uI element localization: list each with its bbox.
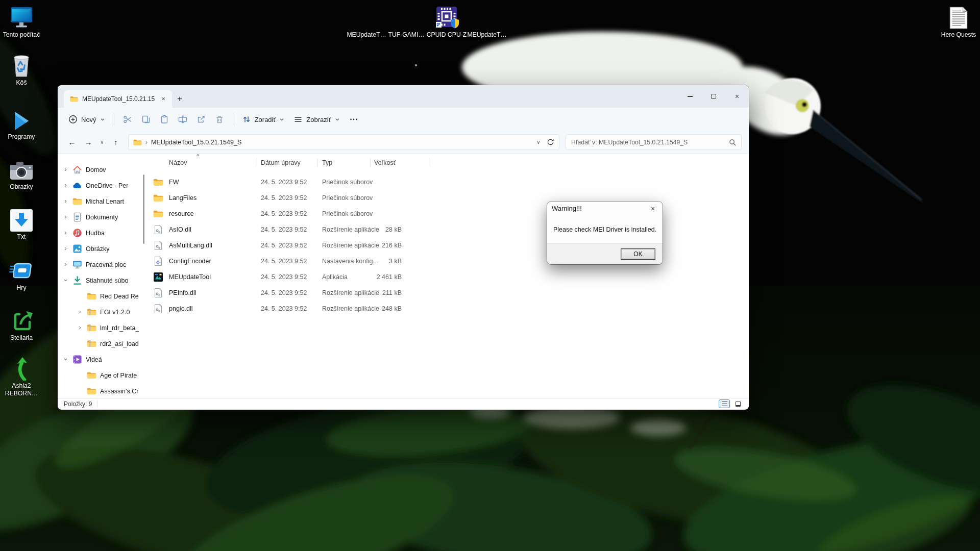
chevron-right-icon[interactable]: › (77, 324, 83, 331)
column-divider[interactable] (370, 158, 371, 167)
tab-meupdatetool[interactable]: MEUpdateTool_15.0.21.1549_S × (64, 90, 172, 108)
sidebar-item-rdr2-asi-load[interactable]: rdr2_asi_load (58, 336, 145, 352)
file-row-meupdatetool[interactable]: MEUpdateTool24. 5. 2023 9:52Aplikácia2 4… (145, 269, 749, 285)
dialog-close-icon[interactable]: × (648, 205, 658, 213)
column-header-type[interactable]: Typ (322, 159, 332, 166)
details-view-button[interactable] (719, 399, 730, 408)
file-row-peinfo-dll[interactable]: PEInfo.dll24. 5. 2023 9:52Rozšírenie apl… (145, 285, 749, 300)
desktop-icon-ashia2-reborn[interactable]: Ashia2 REBORN… (0, 354, 43, 398)
desktop-icon-label: Txt (17, 233, 26, 241)
chevron-right-icon[interactable]: › (77, 309, 83, 315)
chevron-right-icon[interactable]: › (62, 198, 69, 205)
file-date-modified: 24. 5. 2023 9:52 (261, 210, 307, 217)
sidebar-item-assassin-s-cr[interactable]: Assassin's Cr (58, 383, 145, 398)
column-divider[interactable] (317, 158, 318, 167)
column-divider[interactable] (257, 158, 257, 167)
sidebar-item-pracovn-ploc[interactable]: ›Pracovná ploc (58, 257, 145, 272)
large-icons-view-button[interactable] (732, 399, 744, 408)
sidebar-item-michal-lenart[interactable]: ›Michal Lenart (58, 193, 145, 209)
column-header-size[interactable]: Veľkosť (374, 159, 396, 166)
copy-button[interactable] (137, 112, 155, 127)
chevron-right-icon[interactable]: › (62, 182, 69, 189)
sidebar-item-fgi-v1-2-0[interactable]: ›FGI v1.2.0 (58, 304, 145, 320)
sidebar-item-lml-rdr-beta[interactable]: ›lml_rdr_beta_ (58, 320, 145, 336)
navigation-pane: ›Domov›OneDrive - Per›Michal Lenart›Doku… (58, 154, 145, 398)
desktop-icon-txt[interactable]: Txt (0, 205, 43, 241)
cut-button[interactable] (118, 112, 137, 127)
desktop-icon-k[interactable]: Kôš (0, 51, 43, 87)
desktop-icon-label: Stellaria (10, 334, 33, 342)
chevron-down-icon[interactable]: › (62, 356, 69, 363)
column-header-name[interactable]: Názov (169, 159, 187, 166)
sidebar-item-obr-zky[interactable]: ›Obrázky (58, 241, 145, 257)
sidebar-item-dokumenty[interactable]: ›Dokumenty (58, 209, 145, 225)
view-button-label: Zobraziť (306, 116, 331, 123)
statusbar-divider (97, 400, 97, 407)
file-row-fw[interactable]: FW24. 5. 2023 9:52Priečinok súborov (145, 174, 749, 190)
minimize-button[interactable] (678, 85, 702, 108)
desktop-icon-meupdatet[interactable]: MEUpdateT… (345, 3, 388, 39)
address-dropdown-chevron-icon[interactable]: ∨ (534, 139, 543, 145)
chevron-right-icon[interactable]: › (62, 230, 69, 236)
desktop-icon-tento-po-ta[interactable]: Tento počítač (0, 3, 43, 39)
view-button[interactable]: Zobraziť (289, 112, 344, 127)
desktop-icon-obrazky[interactable]: Obrazky (0, 155, 43, 191)
desktop-icon-programy[interactable]: Programy (0, 105, 43, 141)
sidebar-item-stiahnut-s-bo[interactable]: ›Stiahnuté súbo (58, 272, 145, 288)
breadcrumb-path[interactable]: MEUpdateTool_15.0.21.1549_S (151, 139, 530, 146)
delete-button[interactable] (210, 112, 229, 127)
sort-button[interactable]: Zoradiť (237, 112, 289, 127)
breadcrumb[interactable]: › MEUpdateTool_15.0.21.1549_S ∨ (128, 134, 559, 150)
share-button[interactable] (192, 112, 210, 127)
up-button[interactable]: ↑ (109, 138, 123, 146)
chevron-down-icon[interactable]: › (62, 277, 69, 284)
scissors-icon (123, 115, 132, 124)
document-icon (72, 212, 82, 222)
close-button[interactable]: × (725, 85, 749, 108)
chevron-right-icon[interactable]: › (62, 261, 69, 268)
file-date-modified: 24. 5. 2023 9:52 (261, 179, 307, 186)
new-button[interactable]: Nový (64, 112, 110, 127)
desktop-icon-tuf-gami[interactable]: TUF-GAMI… (385, 3, 428, 39)
desktop-icon-stellaria[interactable]: Stellaria (0, 306, 43, 342)
recent-locations-chevron-icon[interactable]: ∨ (97, 139, 107, 145)
sidebar-item-label: Stiahnuté súbo (86, 277, 128, 284)
folder-icon (133, 139, 142, 146)
forward-button[interactable]: → (81, 138, 95, 146)
chevron-right-icon[interactable]: › (62, 245, 69, 252)
search-input[interactable]: Hľadať v: MEUpdateTool_15.0.21.1549_S (566, 134, 742, 150)
refresh-icon[interactable] (547, 138, 554, 146)
desktop-icon-here-quests[interactable]: Here Quests (937, 3, 980, 39)
sidebar-scrollbar-thumb[interactable] (143, 174, 145, 244)
desktop-icon-cpuid-cpu-z[interactable]: CPUID CPU-Z (425, 3, 468, 39)
paste-button[interactable] (155, 112, 174, 127)
sidebar-item-red-dead-re[interactable]: Red Dead Re (58, 288, 145, 304)
file-date-modified: 24. 5. 2023 9:52 (261, 242, 307, 249)
command-toolbar: Nový Zoradiť Zobraziť (58, 108, 749, 131)
back-button[interactable]: ← (65, 138, 79, 146)
new-tab-button[interactable]: + (172, 90, 187, 108)
maximize-button[interactable] (702, 85, 725, 108)
rename-button[interactable] (174, 112, 192, 127)
sidebar-item-label: Videá (86, 356, 102, 363)
desktop-icon-meupdatet[interactable]: MEUpdateT… (465, 3, 508, 39)
column-divider[interactable] (429, 158, 429, 167)
file-date-modified: 24. 5. 2023 9:52 (261, 226, 307, 233)
ok-button[interactable]: OK (621, 248, 655, 260)
more-options-button[interactable] (345, 112, 363, 127)
tab-close-icon[interactable]: × (159, 94, 168, 104)
file-type: Priečinok súborov (322, 179, 373, 186)
chevron-right-icon[interactable]: › (62, 166, 69, 173)
sidebar-item-vide[interactable]: ›Videá (58, 352, 145, 367)
sidebar-item-hudba[interactable]: ›Hudba (58, 225, 145, 241)
sidebar-item-onedrive-per[interactable]: ›OneDrive - Per (58, 178, 145, 193)
sidebar-item-age-of-pirate[interactable]: Age of Pirate (58, 367, 145, 383)
play-icon (12, 105, 31, 132)
file-row-pngio-dll[interactable]: pngio.dll24. 5. 2023 9:52Rozšírenie apli… (145, 300, 749, 316)
sidebar-item-label: Dokumenty (86, 214, 118, 221)
sidebar-item-domov[interactable]: ›Domov (58, 162, 145, 178)
column-header-date[interactable]: Dátum úpravy (261, 159, 301, 166)
desktop-icon-hry[interactable]: Hry (0, 256, 43, 292)
chevron-right-icon[interactable]: › (62, 214, 69, 220)
file-name: MEUpdateTool (169, 273, 211, 281)
